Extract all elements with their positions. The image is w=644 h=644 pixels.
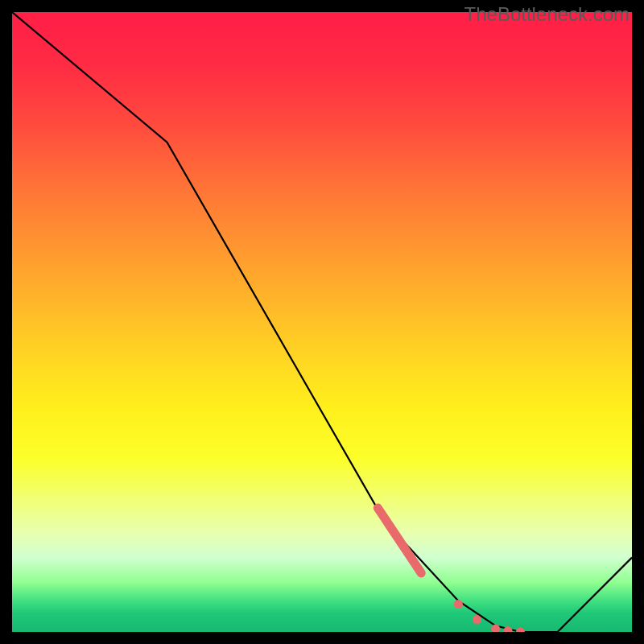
curve-path: [12, 12, 632, 632]
marker-band-stroke: [378, 508, 421, 573]
watermark-text: TheBottleneck.com: [464, 3, 630, 26]
bottleneck-curve: [12, 12, 632, 632]
chart-svg: [12, 12, 632, 632]
marker-band: [378, 508, 525, 632]
marker-dot: [454, 600, 463, 609]
marker-dot: [491, 625, 500, 632]
marker-dot: [504, 626, 513, 632]
marker-dot: [516, 628, 525, 633]
chart-plot-area: [12, 12, 632, 632]
marker-dot: [473, 615, 481, 624]
